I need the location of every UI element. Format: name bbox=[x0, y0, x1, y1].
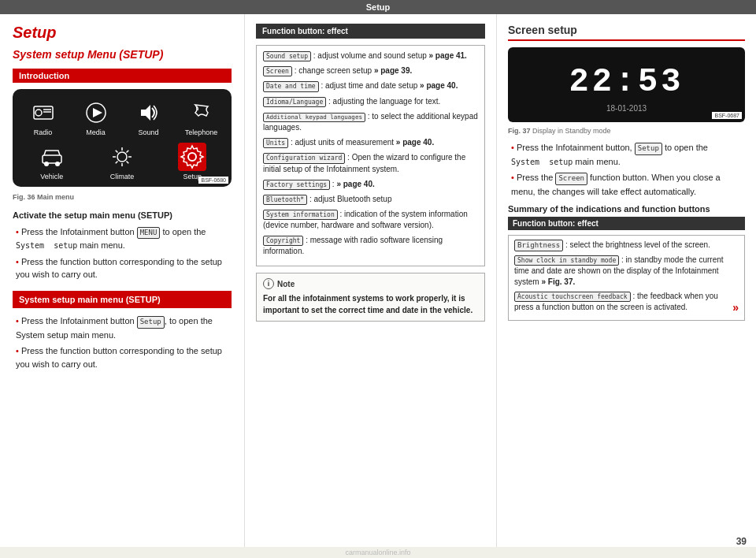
fig37-caption: Fig. 37 Display in Standby mode bbox=[508, 127, 745, 135]
setup-badge: Setup bbox=[137, 316, 165, 329]
left-column: Setup System setup Menu (SETUP) Introduc… bbox=[0, 14, 244, 553]
function-item-factory: Factory settings : » page 40. bbox=[263, 179, 478, 190]
svg-point-19 bbox=[188, 153, 196, 161]
screen-setup-title: Screen setup bbox=[508, 24, 745, 41]
climate-icon bbox=[108, 143, 136, 171]
svg-point-9 bbox=[55, 162, 60, 166]
right-body-text: Press the Infotainment button, Setup to … bbox=[508, 141, 745, 198]
chevron-icon: » bbox=[732, 300, 739, 316]
sound-icon bbox=[135, 99, 163, 127]
radio-icon bbox=[29, 99, 57, 127]
right-column: Screen setup 22:53 18-01-2013 BSF-0687 F… bbox=[496, 14, 756, 553]
menu-item-sound: Sound bbox=[124, 99, 172, 136]
right-bullet-1: Press the Infotainment button, Setup to … bbox=[511, 141, 745, 168]
vehicle-icon bbox=[38, 143, 66, 171]
setup-icon bbox=[178, 143, 206, 171]
menu-item-media: Media bbox=[72, 99, 120, 136]
svg-point-10 bbox=[117, 152, 127, 162]
function-item2-acoustic: Acoustic touchscreen feedback : the feed… bbox=[514, 291, 739, 313]
svg-rect-0 bbox=[34, 106, 53, 119]
date-display: 18-01-2013 bbox=[606, 104, 647, 113]
function-box-header: Function button: effect bbox=[256, 24, 485, 39]
screen-display: 22:53 18-01-2013 BSF-0687 bbox=[508, 47, 745, 122]
svg-line-18 bbox=[116, 162, 118, 164]
note-box: i Note For all the infotainment systems … bbox=[256, 273, 485, 322]
menu-item-vehicle: Vehicle bbox=[38, 143, 66, 180]
svg-point-8 bbox=[44, 162, 49, 166]
svg-point-1 bbox=[35, 110, 42, 116]
telephone-icon bbox=[187, 99, 216, 127]
svg-marker-6 bbox=[141, 105, 150, 121]
function-item-datetime: Date and time : adjust time and date set… bbox=[263, 80, 478, 91]
left-body-text: Activate the setup main menu (SETUP) Pre… bbox=[13, 209, 232, 370]
function-item-keypad: Additional keypad languages : to select … bbox=[263, 111, 478, 134]
menu-grid-bottom: Vehicle bbox=[19, 143, 225, 180]
system-bullet-1: Press the Infotainment button Setup, to … bbox=[16, 314, 232, 341]
svg-line-15 bbox=[116, 151, 118, 153]
function-item2-clock: Show clock in standby mode : in standby … bbox=[514, 255, 739, 288]
right-bullet-2: Press the Screen function button. When y… bbox=[511, 171, 745, 198]
watermark: carmanualonline.info bbox=[0, 547, 756, 558]
svg-marker-5 bbox=[93, 108, 102, 117]
function-item-screen: Screen : change screen setup » page 39. bbox=[263, 65, 478, 76]
function-item-bluetooth: Bluetooth* : adjust Bluetooth setup bbox=[263, 194, 478, 205]
sub-heading: System setup Menu (SETUP) bbox=[13, 48, 232, 61]
function-box2-header: Function button: effect bbox=[508, 217, 745, 230]
menu-item-telephone: Telephone bbox=[177, 99, 225, 136]
activate-bullet-2: Press the function button corresponding … bbox=[16, 255, 232, 281]
middle-column: Function button: effect Sound setup : ad… bbox=[244, 14, 496, 553]
system-setup-section-header: System setup main menu (SETUP) bbox=[13, 291, 232, 309]
note-header: i Note bbox=[263, 278, 478, 289]
summary-header: Summary of the indications and function … bbox=[508, 204, 745, 214]
function-item-config: Configuration wizard : Open the wizard t… bbox=[263, 152, 478, 174]
page-number: 39 bbox=[736, 536, 747, 547]
function-item-units: Units : adjust units of measurement » pa… bbox=[263, 137, 478, 148]
top-bar: Setup bbox=[0, 0, 756, 14]
system-bullet-2: Press the function button corresponding … bbox=[16, 344, 232, 370]
svg-line-17 bbox=[126, 151, 128, 153]
menu-item-climate: Climate bbox=[108, 143, 136, 180]
main-heading: Setup bbox=[13, 24, 232, 42]
function-item2-brightness: Brightness : select the brightness level… bbox=[514, 240, 739, 251]
function-item-sound: Sound setup : adjust volume and sound se… bbox=[263, 50, 478, 61]
activate-bullet-1: Press the Infotainment button MENU to op… bbox=[16, 225, 232, 252]
setup-badge-right: Setup bbox=[635, 143, 662, 155]
fig37-tag: BSF-0687 bbox=[712, 112, 742, 119]
intro-section-header: Introduction bbox=[13, 69, 232, 83]
function-item-sysinfo: System information : indication of the s… bbox=[263, 209, 478, 231]
menu-item-radio: Radio bbox=[19, 99, 67, 136]
svg-line-16 bbox=[126, 162, 128, 164]
function-items2-list: Brightness : select the brightness level… bbox=[508, 235, 745, 321]
activate-title: Activate the setup main menu (SETUP) bbox=[13, 209, 232, 222]
function-item-copyright: Copyright : message with radio software … bbox=[263, 235, 478, 257]
note-text: For all the infotainment systems to work… bbox=[263, 292, 478, 316]
screen-badge: Screen bbox=[555, 173, 587, 185]
fig36-tag: BSF-0680 bbox=[198, 177, 228, 184]
menu-item-setup: Setup bbox=[178, 143, 206, 180]
menu-image-box: Radio Media bbox=[13, 89, 232, 187]
top-bar-title: Setup bbox=[366, 2, 391, 12]
clock-display: 22:53 bbox=[569, 63, 684, 101]
function-item-language: Idioma/Language : adjusting the language… bbox=[263, 96, 478, 107]
menu-grid-top: Radio Media bbox=[19, 99, 225, 136]
media-icon bbox=[82, 99, 110, 127]
menu-badge: MENU bbox=[137, 227, 161, 240]
note-icon: i bbox=[263, 278, 274, 289]
fig36-caption: Fig. 36 Main menu bbox=[13, 192, 232, 203]
function-items-list: Sound setup : adjust volume and sound se… bbox=[256, 45, 485, 266]
